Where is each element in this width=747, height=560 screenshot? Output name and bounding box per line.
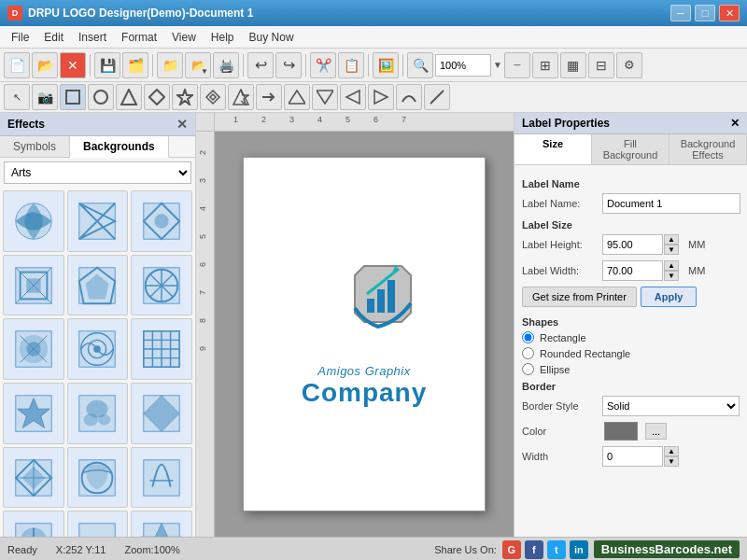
social-google-button[interactable]: G — [502, 540, 521, 559]
svg-rect-59 — [388, 280, 395, 313]
print-button[interactable]: 🖨️ — [213, 52, 239, 78]
social-facebook-button[interactable]: f — [525, 540, 543, 559]
zoom-out-button[interactable]: 🔍 — [407, 52, 433, 78]
effect-item[interactable] — [67, 190, 129, 252]
shape5-button[interactable] — [172, 84, 198, 110]
status-coords: X:252 Y:11 — [56, 544, 106, 555]
redo-button[interactable]: ↪ — [275, 52, 302, 78]
effect-item[interactable] — [67, 318, 129, 380]
effect-item[interactable] — [67, 383, 129, 444]
effect-item[interactable] — [67, 511, 129, 537]
open2-button[interactable]: 📁 — [157, 52, 183, 78]
border-style-select[interactable]: Solid Dashed Dotted None — [602, 396, 740, 416]
menu-buynow[interactable]: Buy Now — [242, 29, 302, 46]
close-file-button[interactable]: ✕ — [60, 52, 86, 78]
label-width-input[interactable] — [602, 260, 663, 281]
view3-button[interactable]: ⊟ — [588, 52, 614, 78]
effect-item[interactable] — [3, 190, 64, 252]
arrow1-button[interactable] — [256, 84, 282, 110]
zoom-reset-button[interactable]: ─ — [504, 52, 530, 78]
effect-item[interactable] — [3, 511, 64, 537]
zoom-arrow-down[interactable]: ▼ — [493, 60, 502, 70]
border-color-swatch[interactable] — [604, 422, 638, 441]
effects-close-button[interactable]: ✕ — [176, 117, 188, 132]
effect-item[interactable] — [131, 383, 192, 444]
radio-rounded-rectangle[interactable] — [522, 347, 534, 359]
image-button[interactable]: 🖼️ — [373, 52, 399, 78]
height-spin-down[interactable]: ▼ — [664, 245, 679, 255]
radio-rectangle[interactable] — [522, 331, 534, 343]
tab-background-effects[interactable]: Background Effects — [669, 134, 747, 164]
shape2-button[interactable] — [88, 84, 114, 110]
shape3-button[interactable] — [116, 84, 142, 110]
width-spin-up[interactable]: ▲ — [664, 260, 679, 271]
arrow5-button[interactable] — [368, 84, 394, 110]
label-height-input[interactable] — [602, 234, 663, 255]
maximize-button[interactable]: □ — [695, 5, 715, 21]
effect-item[interactable] — [131, 511, 192, 537]
view1-button[interactable]: ⊞ — [532, 52, 558, 78]
effect-item[interactable] — [3, 255, 64, 316]
settings-button[interactable]: ⚙ — [616, 52, 642, 78]
menu-help[interactable]: Help — [204, 29, 242, 46]
tab-fill-background[interactable]: Fill Background — [592, 134, 669, 164]
canvas-viewport[interactable]: Amigos Graphix Company — [215, 132, 514, 537]
select-button[interactable]: ↖ — [4, 84, 30, 110]
effects-dropdown[interactable]: Arts Nature Abstract Geometric — [4, 161, 191, 184]
border-width-input[interactable] — [602, 446, 663, 467]
effect-item[interactable] — [131, 255, 192, 316]
menu-file[interactable]: File — [4, 29, 36, 46]
tab-size[interactable]: Size — [514, 134, 592, 164]
camera-button[interactable]: 📷 — [32, 84, 58, 110]
effect-item[interactable] — [3, 447, 64, 509]
open3-button[interactable]: 📂▼ — [185, 52, 211, 78]
cut-button[interactable]: ✂️ — [310, 52, 336, 78]
border-width-spin-down[interactable]: ▼ — [664, 456, 679, 467]
effect-item[interactable] — [67, 255, 129, 316]
get-size-button[interactable]: Get size from Printer — [522, 287, 637, 307]
shape6-button[interactable] — [200, 84, 226, 110]
arrow2-button[interactable] — [284, 84, 310, 110]
border-color-picker-button[interactable]: ... — [645, 423, 667, 440]
shape4-button[interactable] — [144, 84, 170, 110]
social-linkedin-button[interactable]: in — [570, 540, 588, 559]
effects-category-select[interactable]: Arts Nature Abstract Geometric — [4, 161, 191, 184]
props-close-button[interactable]: ✕ — [730, 117, 740, 130]
radio-ellipse[interactable] — [522, 363, 534, 375]
menu-insert[interactable]: Insert — [71, 29, 114, 46]
menu-view[interactable]: View — [164, 29, 204, 46]
effect-item[interactable] — [67, 447, 129, 509]
copy-button[interactable]: 📋 — [338, 52, 364, 78]
open-button[interactable]: 📂 — [32, 52, 58, 78]
menu-edit[interactable]: Edit — [36, 29, 71, 46]
line-button[interactable] — [424, 84, 450, 110]
arrow4-button[interactable] — [340, 84, 366, 110]
effect-item[interactable] — [131, 318, 192, 380]
save-button[interactable]: 💾 — [94, 52, 120, 78]
apply-button[interactable]: Apply — [641, 287, 698, 307]
tab-backgrounds[interactable]: Backgrounds — [70, 136, 169, 158]
arrow3-button[interactable] — [312, 84, 338, 110]
zoom-input[interactable]: 100% — [435, 54, 491, 77]
effect-item[interactable] — [3, 383, 64, 444]
effect-item[interactable] — [131, 190, 192, 252]
save-all-button[interactable]: 🗂️ — [122, 52, 148, 78]
undo-button[interactable]: ↩ — [247, 52, 274, 78]
width-spin-down[interactable]: ▼ — [664, 271, 679, 281]
shape1-button[interactable] — [60, 84, 86, 110]
curve-button[interactable] — [396, 84, 422, 110]
label-name-input[interactable] — [602, 193, 740, 214]
height-spin-up[interactable]: ▲ — [664, 234, 679, 245]
shape7-button[interactable] — [228, 84, 254, 110]
tab-symbols[interactable]: Symbols — [0, 136, 70, 157]
effect-item[interactable] — [3, 318, 64, 380]
close-button[interactable]: ✕ — [719, 5, 740, 21]
effect-item[interactable] — [131, 447, 192, 509]
brand-badge[interactable]: BusinessBarcodes.net — [594, 540, 740, 558]
minimize-button[interactable]: ─ — [670, 5, 691, 21]
menu-format[interactable]: Format — [114, 29, 164, 46]
social-twitter-button[interactable]: t — [547, 540, 566, 559]
view2-button[interactable]: ▦ — [560, 52, 586, 78]
border-width-spin-up[interactable]: ▲ — [664, 446, 679, 456]
new-button[interactable]: 📄 — [4, 52, 30, 78]
